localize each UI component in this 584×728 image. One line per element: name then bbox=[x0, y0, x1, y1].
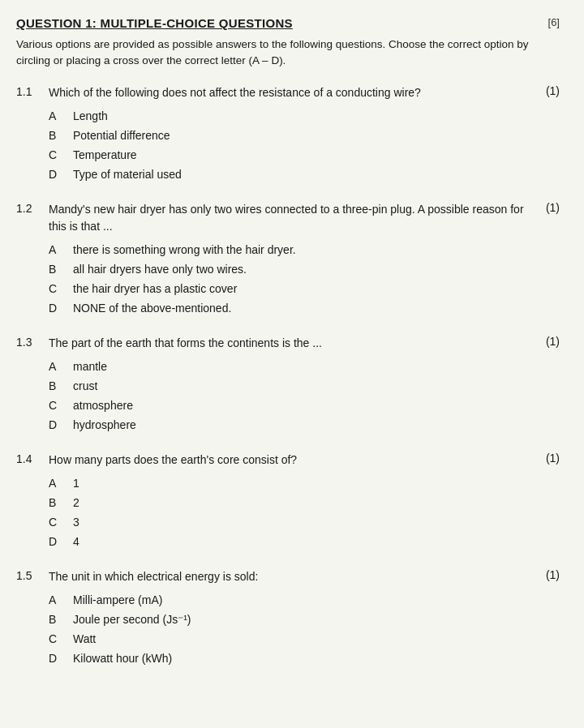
option-text-1.3-C: atmosphere bbox=[73, 397, 560, 414]
question-marks-1.4: (1) bbox=[527, 452, 560, 465]
option-letter-1.1-A: A bbox=[49, 108, 73, 125]
question-row-1.3: 1.3The part of the earth that forms the … bbox=[16, 335, 560, 352]
list-item: DNONE of the above-mentioned. bbox=[49, 300, 560, 317]
question-row-1.1: 1.1Which of the following does not affec… bbox=[16, 84, 560, 101]
list-item: CWatt bbox=[49, 631, 560, 648]
question-text-1.4: How many parts does the earth's core con… bbox=[49, 452, 527, 469]
option-letter-1.1-D: D bbox=[49, 166, 73, 183]
option-text-1.2-A: there is something wrong with the hair d… bbox=[73, 242, 560, 259]
option-text-1.2-D: NONE of the above-mentioned. bbox=[73, 300, 560, 317]
option-text-1.4-A: 1 bbox=[73, 475, 560, 492]
question-block-1.3: 1.3The part of the earth that forms the … bbox=[16, 335, 560, 434]
option-letter-1.3-C: C bbox=[49, 397, 73, 414]
list-item: A1 bbox=[49, 475, 560, 492]
list-item: DKilowatt hour (kWh) bbox=[49, 650, 560, 667]
list-item: BJoule per second (Js⁻¹) bbox=[49, 611, 560, 628]
question-row-1.5: 1.5The unit in which electrical energy i… bbox=[16, 568, 560, 585]
options-container-1.3: AmantleBcrustCatmosphereDhydrosphere bbox=[49, 358, 560, 434]
option-text-1.5-A: Milli-ampere (mA) bbox=[73, 592, 560, 609]
question-text-1.5: The unit in which electrical energy is s… bbox=[49, 568, 527, 585]
option-letter-1.4-A: A bbox=[49, 475, 73, 492]
question-number-1.3: 1.3 bbox=[16, 335, 49, 349]
option-text-1.1-C: Temperature bbox=[73, 147, 560, 164]
list-item: Athere is something wrong with the hair … bbox=[49, 242, 560, 259]
option-letter-1.3-B: B bbox=[49, 378, 73, 395]
page-header: QUESTION 1: MULTIPLE-CHOICE QUESTIONS [6… bbox=[16, 16, 560, 30]
option-letter-1.2-D: D bbox=[49, 300, 73, 317]
list-item: BPotential difference bbox=[49, 127, 560, 144]
question-text-1.3: The part of the earth that forms the con… bbox=[49, 335, 527, 352]
list-item: Ball hair dryers have only two wires. bbox=[49, 261, 560, 278]
option-text-1.3-B: crust bbox=[73, 378, 560, 395]
list-item: CTemperature bbox=[49, 147, 560, 164]
option-text-1.5-C: Watt bbox=[73, 631, 560, 648]
question-row-1.2: 1.2Mandy's new hair dryer has only two w… bbox=[16, 201, 560, 235]
instructions: Various options are provided as possible… bbox=[16, 36, 560, 70]
option-letter-1.4-B: B bbox=[49, 495, 73, 512]
options-container-1.4: A1B2C3D4 bbox=[49, 475, 560, 550]
option-letter-1.2-A: A bbox=[49, 242, 73, 259]
list-item: Cthe hair dryer has a plastic cover bbox=[49, 280, 560, 298]
list-item: Catmosphere bbox=[49, 397, 560, 414]
options-container-1.5: AMilli-ampere (mA)BJoule per second (Js⁻… bbox=[49, 592, 560, 667]
option-text-1.2-B: all hair dryers have only two wires. bbox=[73, 261, 560, 278]
list-item: C3 bbox=[49, 514, 560, 531]
option-letter-1.5-D: D bbox=[49, 650, 73, 667]
option-letter-1.5-C: C bbox=[49, 631, 73, 648]
option-text-1.3-A: mantle bbox=[73, 358, 560, 375]
option-letter-1.5-A: A bbox=[49, 592, 73, 609]
question-text-1.2: Mandy's new hair dryer has only two wire… bbox=[49, 201, 527, 235]
page-number: [6] bbox=[548, 16, 560, 28]
question-title: QUESTION 1: MULTIPLE-CHOICE QUESTIONS bbox=[16, 16, 293, 30]
option-text-1.5-B: Joule per second (Js⁻¹) bbox=[73, 611, 560, 628]
option-letter-1.2-B: B bbox=[49, 261, 73, 278]
option-text-1.1-D: Type of material used bbox=[73, 166, 560, 183]
question-number-1.5: 1.5 bbox=[16, 568, 49, 582]
list-item: DType of material used bbox=[49, 166, 560, 183]
questions-container: 1.1Which of the following does not affec… bbox=[16, 84, 560, 667]
option-letter-1.1-B: B bbox=[49, 127, 73, 144]
question-marks-1.2: (1) bbox=[527, 201, 560, 214]
option-text-1.4-C: 3 bbox=[73, 514, 560, 531]
list-item: Bcrust bbox=[49, 378, 560, 395]
question-number-1.2: 1.2 bbox=[16, 201, 49, 215]
option-text-1.4-D: 4 bbox=[73, 533, 560, 550]
list-item: Dhydrosphere bbox=[49, 417, 560, 434]
options-container-1.1: ALengthBPotential differenceCTemperature… bbox=[49, 108, 560, 183]
question-number-1.4: 1.4 bbox=[16, 452, 49, 465]
option-letter-1.4-C: C bbox=[49, 514, 73, 531]
option-letter-1.3-A: A bbox=[49, 358, 73, 375]
option-letter-1.3-D: D bbox=[49, 417, 73, 434]
question-block-1.1: 1.1Which of the following does not affec… bbox=[16, 84, 560, 183]
options-container-1.2: Athere is something wrong with the hair … bbox=[49, 242, 560, 317]
list-item: D4 bbox=[49, 533, 560, 550]
question-number-1.1: 1.1 bbox=[16, 84, 49, 98]
question-marks-1.5: (1) bbox=[527, 568, 560, 581]
question-row-1.4: 1.4How many parts does the earth's core … bbox=[16, 452, 560, 469]
question-block-1.5: 1.5The unit in which electrical energy i… bbox=[16, 568, 560, 667]
option-text-1.5-D: Kilowatt hour (kWh) bbox=[73, 650, 560, 667]
option-letter-1.4-D: D bbox=[49, 533, 73, 550]
question-marks-1.1: (1) bbox=[527, 84, 560, 97]
option-letter-1.1-C: C bbox=[49, 147, 73, 164]
option-text-1.3-D: hydrosphere bbox=[73, 417, 560, 434]
list-item: Amantle bbox=[49, 358, 560, 375]
option-text-1.2-C: the hair dryer has a plastic cover bbox=[73, 280, 560, 298]
question-block-1.4: 1.4How many parts does the earth's core … bbox=[16, 452, 560, 550]
question-marks-1.3: (1) bbox=[527, 335, 560, 348]
option-letter-1.2-C: C bbox=[49, 280, 73, 298]
list-item: AMilli-ampere (mA) bbox=[49, 592, 560, 609]
option-text-1.1-B: Potential difference bbox=[73, 127, 560, 144]
question-text-1.1: Which of the following does not affect t… bbox=[49, 84, 527, 101]
option-letter-1.5-B: B bbox=[49, 611, 73, 628]
question-block-1.2: 1.2Mandy's new hair dryer has only two w… bbox=[16, 201, 560, 317]
list-item: B2 bbox=[49, 495, 560, 512]
option-text-1.4-B: 2 bbox=[73, 495, 560, 512]
list-item: ALength bbox=[49, 108, 560, 125]
option-text-1.1-A: Length bbox=[73, 108, 560, 125]
